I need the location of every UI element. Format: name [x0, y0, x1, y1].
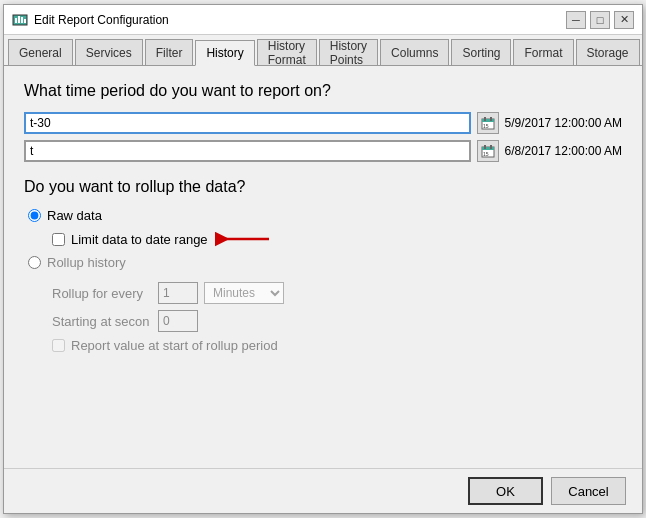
tab-general[interactable]: General	[8, 39, 73, 65]
rollup-history-row: Rollup history	[28, 255, 622, 270]
rollup-history-radio[interactable]	[28, 256, 41, 269]
rollup-options: Rollup for every Minutes Hours Days Star…	[52, 282, 622, 353]
svg-rect-12	[484, 145, 486, 149]
calendar-button-2[interactable]: 15	[477, 140, 499, 162]
date-row-1: 15 5/9/2017 12:00:00 AM	[24, 112, 622, 134]
raw-data-row: Raw data	[28, 208, 622, 223]
raw-data-radio[interactable]	[28, 209, 41, 222]
date-input-2[interactable]	[24, 140, 471, 162]
rollup-for-input[interactable]	[158, 282, 198, 304]
svg-rect-7	[484, 117, 486, 121]
minimize-button[interactable]: ─	[566, 11, 586, 29]
date-input-1[interactable]	[24, 112, 471, 134]
rollup-for-row: Rollup for every Minutes Hours Days	[52, 282, 622, 304]
report-value-row: Report value at start of rollup period	[52, 338, 622, 353]
svg-rect-1	[15, 18, 17, 23]
starting-at-row: Starting at secon	[52, 310, 622, 332]
content-area: What time period do you want to report o…	[4, 66, 642, 468]
radio-group: Raw data Limit data to date range	[28, 208, 622, 353]
window-title: Edit Report Configuration	[34, 13, 566, 27]
tab-sorting[interactable]: Sorting	[451, 39, 511, 65]
period-title: What time period do you want to report o…	[24, 82, 622, 100]
report-value-label: Report value at start of rollup period	[71, 338, 278, 353]
svg-rect-6	[482, 119, 494, 122]
tab-bar: General Services Filter History History …	[4, 35, 642, 66]
tab-columns[interactable]: Columns	[380, 39, 449, 65]
calendar-button-1[interactable]: 15	[477, 112, 499, 134]
svg-rect-11	[482, 147, 494, 150]
tab-history-format[interactable]: History Format	[257, 39, 317, 65]
tab-history[interactable]: History	[195, 40, 254, 66]
title-bar-buttons: ─ □ ✕	[566, 11, 634, 29]
date-display-2: 6/8/2017 12:00:00 AM	[505, 144, 622, 158]
tab-storage[interactable]: Storage	[576, 39, 640, 65]
cancel-button[interactable]: Cancel	[551, 477, 626, 505]
close-button[interactable]: ✕	[614, 11, 634, 29]
svg-text:15: 15	[483, 123, 489, 129]
arrow-container	[214, 229, 274, 249]
svg-rect-13	[490, 145, 492, 149]
starting-at-label: Starting at secon	[52, 314, 152, 329]
svg-text:15: 15	[483, 151, 489, 157]
tab-format[interactable]: Format	[513, 39, 573, 65]
date-row-2: 15 6/8/2017 12:00:00 AM	[24, 140, 622, 162]
title-bar: Edit Report Configuration ─ □ ✕	[4, 5, 642, 35]
tab-services[interactable]: Services	[75, 39, 143, 65]
limit-data-label: Limit data to date range	[71, 232, 208, 247]
report-value-checkbox[interactable]	[52, 339, 65, 352]
ok-button[interactable]: OK	[468, 477, 543, 505]
svg-rect-8	[490, 117, 492, 121]
rollup-for-label: Rollup for every	[52, 286, 152, 301]
rollup-unit-select[interactable]: Minutes Hours Days	[204, 282, 284, 304]
rollup-title: Do you want to rollup the data?	[24, 178, 622, 196]
limit-data-row: Limit data to date range	[52, 229, 622, 249]
date-display-1: 5/9/2017 12:00:00 AM	[505, 116, 622, 130]
limit-data-checkbox[interactable]	[52, 233, 65, 246]
app-icon	[12, 12, 28, 28]
main-window: Edit Report Configuration ─ □ ✕ General …	[3, 4, 643, 514]
tab-filter[interactable]: Filter	[145, 39, 194, 65]
svg-rect-3	[21, 17, 23, 23]
tab-history-points[interactable]: History Points	[319, 39, 378, 65]
rollup-history-label: Rollup history	[47, 255, 126, 270]
raw-data-label: Raw data	[47, 208, 102, 223]
starting-at-input[interactable]	[158, 310, 198, 332]
maximize-button[interactable]: □	[590, 11, 610, 29]
svg-rect-2	[18, 16, 20, 23]
red-arrow-icon	[214, 229, 274, 249]
svg-rect-4	[24, 19, 26, 23]
footer: OK Cancel	[4, 468, 642, 513]
